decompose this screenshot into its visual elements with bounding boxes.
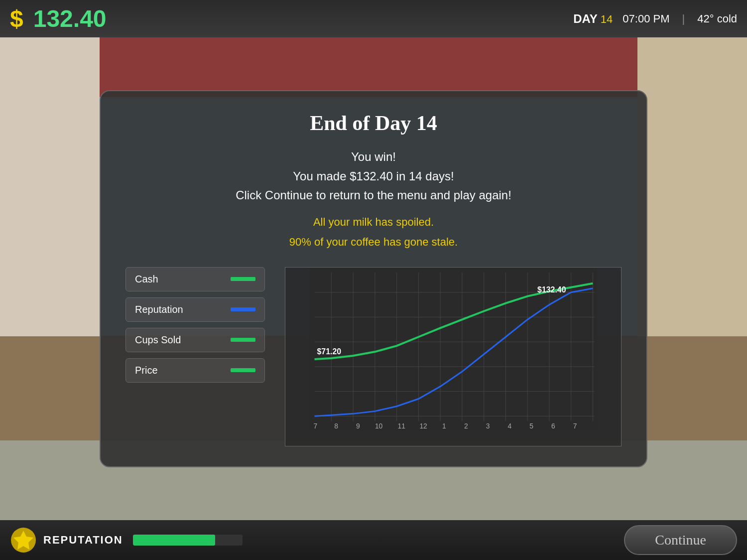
legend-reputation-color: [231, 307, 255, 311]
legend-cups-label: Cups Sold: [135, 334, 181, 346]
svg-text:1: 1: [442, 422, 446, 430]
reputation-bar-fill: [133, 535, 215, 546]
svg-text:11: 11: [398, 422, 406, 430]
svg-text:3: 3: [486, 422, 490, 430]
chart-legend: Cash Reputation Cups Sold Price: [125, 267, 265, 383]
legend-price[interactable]: Price: [125, 358, 265, 383]
svg-text:$132.40: $132.40: [537, 285, 566, 293]
modal-bottom-section: Cash Reputation Cups Sold Price: [125, 267, 622, 446]
svg-text:12: 12: [419, 422, 427, 430]
legend-reputation-label: Reputation: [135, 304, 183, 315]
dollar-icon: $: [10, 5, 23, 32]
win-line-3: Click Continue to return to the menu and…: [125, 186, 622, 205]
day-number: 14: [601, 13, 613, 25]
legend-cups-color: [231, 338, 255, 342]
svg-text:9: 9: [356, 422, 360, 430]
warning-milk: All your milk has spoiled.: [125, 212, 622, 232]
legend-price-label: Price: [135, 365, 158, 376]
modal-overlay: End of Day 14 You win! You made $132.40 …: [0, 37, 747, 520]
time-display: 07:00 PM: [622, 12, 669, 25]
win-line-1: You win!: [125, 147, 622, 166]
divider: |: [682, 12, 685, 25]
day-text: DAY: [573, 12, 597, 25]
legend-cash-color: [231, 277, 255, 281]
win-message: You win! You made $132.40 in 14 days! Cl…: [125, 147, 622, 205]
reputation-bar-container: [133, 535, 243, 546]
temperature-display: 42° cold: [697, 12, 737, 25]
legend-reputation[interactable]: Reputation: [125, 297, 265, 322]
top-bar: $ 132.40 DAY 14 07:00 PM | 42° cold: [0, 0, 747, 37]
svg-text:5: 5: [529, 422, 533, 430]
end-of-day-modal: End of Day 14 You win! You made $132.40 …: [100, 90, 647, 467]
continue-button[interactable]: Continue: [624, 525, 737, 555]
svg-text:7: 7: [573, 422, 577, 430]
day-info-container: DAY 14 07:00 PM | 42° cold: [573, 12, 737, 26]
svg-text:2: 2: [464, 422, 468, 430]
legend-cash-label: Cash: [135, 274, 158, 285]
reputation-label: REPUTATION: [43, 534, 123, 547]
reputation-icon: [10, 527, 37, 554]
win-line-2: You made $132.40 in 14 days!: [125, 167, 622, 186]
legend-cups-sold[interactable]: Cups Sold: [125, 328, 265, 352]
bottom-bar: REPUTATION Continue: [0, 520, 747, 560]
svg-text:$71.20: $71.20: [317, 347, 342, 356]
svg-text:8: 8: [334, 422, 338, 430]
day-label: DAY 14: [573, 12, 613, 26]
modal-title: End of Day 14: [125, 111, 622, 135]
warning-messages: All your milk has spoiled. 90% of your c…: [125, 212, 622, 252]
balance-display: 132.40: [33, 5, 107, 32]
legend-cash[interactable]: Cash: [125, 267, 265, 291]
svg-text:10: 10: [375, 422, 383, 430]
performance-chart: $71.20 $132.40 7 8 9 10 11 12 1 2 3 4 5 …: [285, 267, 622, 446]
legend-price-color: [231, 368, 255, 372]
chart-svg: $71.20 $132.40 7 8 9 10 11 12 1 2 3 4 5 …: [285, 268, 621, 446]
svg-text:7: 7: [314, 422, 318, 430]
svg-text:4: 4: [507, 422, 511, 430]
warning-coffee: 90% of your coffee has gone stale.: [125, 232, 622, 252]
svg-text:6: 6: [551, 422, 555, 430]
